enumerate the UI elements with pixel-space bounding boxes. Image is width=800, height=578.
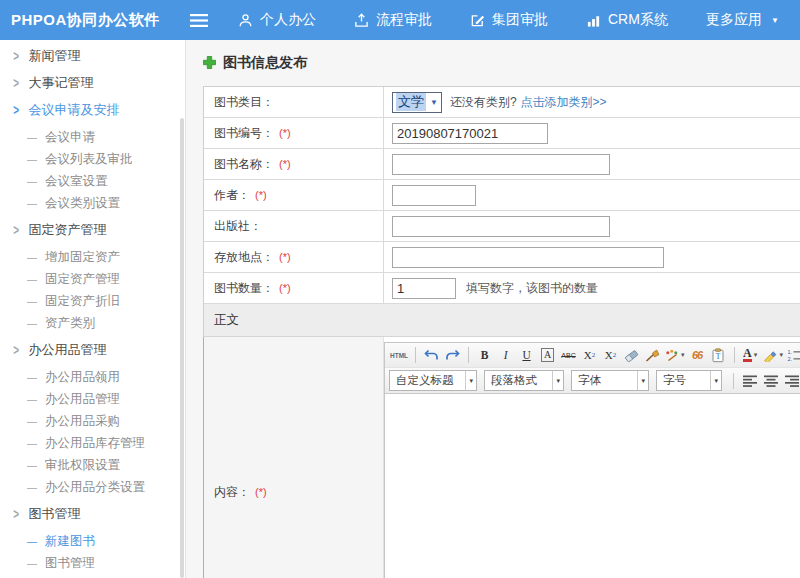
field-label: 作者： bbox=[214, 187, 250, 204]
underline-button[interactable]: U bbox=[517, 345, 536, 365]
sidebar-item-meeting-management[interactable]: >会议申请及安排 bbox=[0, 99, 185, 121]
topbar: PHPOA协同办公软件 个人办公 流程审批 集团审批 bbox=[0, 0, 800, 40]
book-number-input[interactable] bbox=[392, 123, 548, 144]
book-name-input[interactable] bbox=[392, 154, 610, 175]
sidebar-item-memorabilia[interactable]: >大事记管理 bbox=[0, 72, 185, 94]
paste-icon[interactable]: T bbox=[709, 345, 728, 365]
nav-label: 集团审批 bbox=[492, 11, 548, 29]
toolbar-separator bbox=[468, 347, 469, 363]
undo-icon[interactable] bbox=[422, 345, 441, 365]
sidebar-item-approval-permission[interactable]: —审批权限设置 bbox=[0, 454, 185, 476]
sidebar-item-news[interactable]: >新闻管理 bbox=[0, 45, 185, 67]
editor-toolbar-row2: 自定义标题▾ 段落格式▾ 字体▾ 字号▾ bbox=[385, 368, 800, 394]
blockquote-button[interactable]: 66 bbox=[688, 345, 707, 365]
dash-icon: — bbox=[27, 318, 37, 329]
sidebar-item-new-book[interactable]: —新建图书 bbox=[0, 530, 185, 552]
align-right-icon[interactable] bbox=[782, 371, 800, 391]
workflow-icon bbox=[354, 13, 369, 28]
menu-toggle-button[interactable] bbox=[190, 14, 208, 27]
eraser-icon[interactable] bbox=[622, 345, 641, 365]
required-mark: (*) bbox=[255, 189, 267, 201]
dash-icon: — bbox=[27, 438, 37, 449]
field-label: 图书编号： bbox=[214, 125, 274, 142]
italic-button[interactable]: I bbox=[496, 345, 515, 365]
page-title: 图书信息发布 bbox=[203, 52, 800, 73]
align-center-icon[interactable] bbox=[761, 371, 780, 391]
nav-group-approval[interactable]: 集团审批 bbox=[470, 11, 548, 29]
sidebar-item-fixed-assets[interactable]: >固定资产管理 bbox=[0, 219, 185, 241]
strikethrough-button[interactable]: ABC bbox=[559, 345, 578, 365]
sidebar-item-label: 办公用品管理 bbox=[28, 341, 106, 359]
sidebar-item-meeting-category[interactable]: —会议类别设置 bbox=[0, 192, 185, 214]
sidebar-item-asset-depreciation[interactable]: —固定资产折旧 bbox=[0, 290, 185, 312]
nav-workflow-approval[interactable]: 流程审批 bbox=[354, 11, 432, 29]
location-input[interactable] bbox=[392, 247, 664, 268]
sidebar-item-add-asset[interactable]: —增加固定资产 bbox=[0, 246, 185, 268]
editor-cell: HTML B I U A ABC X2 X2 bbox=[384, 337, 800, 578]
svg-text:2.: 2. bbox=[788, 356, 793, 362]
superscript-button[interactable]: X2 bbox=[580, 345, 599, 365]
required-mark: (*) bbox=[279, 282, 291, 294]
sidebar-item-meeting-apply[interactable]: —会议申请 bbox=[0, 126, 185, 148]
sidebar-item-office-supplies[interactable]: >办公用品管理 bbox=[0, 339, 185, 361]
quantity-input[interactable] bbox=[392, 278, 456, 299]
sidebar-item-book-manage[interactable]: —图书管理 bbox=[0, 552, 185, 574]
page-title-text: 图书信息发布 bbox=[223, 54, 307, 72]
font-family-dropdown[interactable]: 字体▾ bbox=[571, 370, 649, 391]
publisher-input[interactable] bbox=[392, 216, 610, 237]
font-size-dropdown[interactable]: 字号▾ bbox=[656, 370, 722, 391]
form-row-content: 内容： (*) HTML B I U bbox=[203, 337, 800, 578]
nav-personal-office[interactable]: 个人办公 bbox=[238, 11, 316, 29]
format-brush-icon[interactable] bbox=[643, 345, 662, 365]
required-mark: (*) bbox=[279, 127, 291, 139]
nav-crm-system[interactable]: CRM系统 bbox=[586, 11, 668, 29]
quantity-hint: 填写数字，该图书的数量 bbox=[466, 280, 598, 297]
dash-icon: — bbox=[27, 372, 37, 383]
chevron-right-icon: > bbox=[13, 76, 19, 91]
chevron-right-icon: > bbox=[13, 507, 19, 522]
sidebar-item-asset-manage[interactable]: —固定资产管理 bbox=[0, 268, 185, 290]
sidebar-item-label: 会议申请及安排 bbox=[28, 101, 119, 119]
ordered-list-icon[interactable]: 1.2.▾ bbox=[786, 345, 800, 365]
dropdown-label: 自定义标题 bbox=[396, 373, 454, 388]
sidebar: >新闻管理 >大事记管理 >会议申请及安排 —会议申请 —会议列表及审批 —会议… bbox=[0, 40, 186, 578]
char-border-button[interactable]: A bbox=[541, 348, 554, 362]
font-color-button[interactable]: A▾ bbox=[741, 345, 760, 365]
custom-title-dropdown[interactable]: 自定义标题▾ bbox=[389, 370, 477, 391]
bold-button[interactable]: B bbox=[475, 345, 494, 365]
html-source-button[interactable]: HTML bbox=[389, 345, 409, 365]
sidebar-item-supplies-purchase[interactable]: —办公用品采购 bbox=[0, 410, 185, 432]
nav-more-apps[interactable]: 更多应用 ▼ bbox=[706, 11, 779, 29]
sidebar-item-supplies-manage[interactable]: —办公用品管理 bbox=[0, 388, 185, 410]
sidebar-scrollbar[interactable] bbox=[180, 118, 184, 578]
align-left-icon[interactable] bbox=[740, 371, 759, 391]
field-label: 图书类目： bbox=[214, 94, 274, 111]
category-select[interactable]: 文学 ▼ bbox=[392, 92, 442, 113]
author-input[interactable] bbox=[392, 185, 476, 206]
dash-icon: — bbox=[27, 296, 37, 307]
sidebar-item-supplies-inventory[interactable]: —办公用品库存管理 bbox=[0, 432, 185, 454]
sup-base: X bbox=[584, 349, 592, 361]
sidebar-item-meeting-room[interactable]: —会议室设置 bbox=[0, 170, 185, 192]
sidebar-item-book-management[interactable]: >图书管理 bbox=[0, 503, 185, 525]
sidebar-item-asset-category[interactable]: —资产类别 bbox=[0, 312, 185, 334]
required-mark: (*) bbox=[255, 486, 267, 498]
autotypeset-icon[interactable]: ▾ bbox=[664, 345, 686, 365]
sidebar-item-label: 办公用品分类设置 bbox=[45, 479, 145, 496]
editor-content[interactable] bbox=[385, 394, 800, 578]
highlight-pen-icon[interactable]: ▾ bbox=[762, 345, 785, 365]
add-category-link[interactable]: 点击添加类别>> bbox=[521, 94, 607, 111]
chevron-right-icon: > bbox=[13, 49, 19, 64]
field-label: 出版社： bbox=[214, 218, 262, 235]
sidebar-item-meeting-list[interactable]: —会议列表及审批 bbox=[0, 148, 185, 170]
sidebar-item-label: 审批权限设置 bbox=[45, 457, 120, 474]
redo-icon[interactable] bbox=[443, 345, 462, 365]
sidebar-item-label: 会议申请 bbox=[45, 129, 95, 146]
sidebar-item-supplies-category[interactable]: —办公用品分类设置 bbox=[0, 476, 185, 498]
paragraph-format-dropdown[interactable]: 段落格式▾ bbox=[484, 370, 564, 391]
caret-down-icon: ▾ bbox=[637, 371, 648, 390]
sidebar-item-supplies-claim[interactable]: —办公用品领用 bbox=[0, 366, 185, 388]
user-icon bbox=[238, 13, 253, 28]
toolbar-separator bbox=[415, 347, 416, 363]
subscript-button[interactable]: X2 bbox=[601, 345, 620, 365]
